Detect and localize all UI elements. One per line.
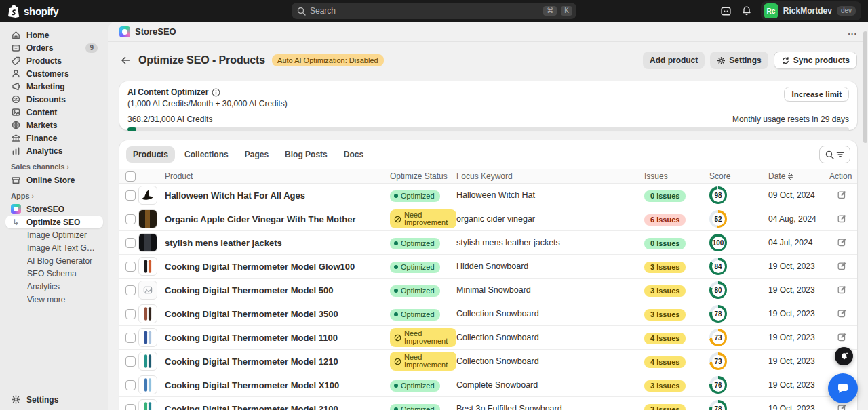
sidebar-item-products[interactable]: Products [5, 54, 103, 67]
info-icon[interactable] [212, 88, 220, 97]
sidebar-item-analytics[interactable]: Analytics [5, 280, 103, 293]
avatar: Rc [764, 3, 778, 18]
product-name[interactable]: Cooking Digital Thermometer Model 1100 [163, 333, 390, 343]
sidebar-item-image-optimizer[interactable]: Image Optimizer [5, 228, 103, 241]
filter-icon [836, 150, 844, 159]
column-date[interactable]: Date [768, 171, 829, 181]
search-and-filter-button[interactable] [819, 146, 850, 163]
sidebar-item-online-store[interactable]: Online Store [5, 173, 103, 186]
scrollbar-thumb[interactable] [863, 31, 867, 143]
product-name[interactable]: Halloween Witch Hat For All Ages [163, 190, 390, 201]
sidebar-item-content[interactable]: Content [5, 106, 103, 119]
sidebar-item-optimize-seo[interactable]: ↳Optimize SEO [5, 216, 103, 228]
product-name[interactable]: Cooking Digital Thermometer Model X100 [163, 380, 390, 390]
user-menu[interactable]: Rc RickMortdev dev [761, 1, 861, 20]
optimize-status-badge: Optimized [390, 190, 440, 202]
sidebar-item-seo-schema[interactable]: SEO Schema [5, 267, 103, 280]
tab-docs[interactable]: Docs [337, 146, 370, 163]
assistant-icon[interactable] [720, 5, 732, 17]
edit-icon[interactable] [837, 237, 848, 248]
row-checkbox[interactable] [125, 214, 136, 224]
product-thumbnail [138, 186, 157, 205]
product-thumbnail [138, 233, 157, 252]
issues-badge: 4 Issues [644, 356, 686, 368]
row-checkbox[interactable] [125, 404, 136, 410]
settings-button[interactable]: Settings [710, 52, 768, 69]
search-placeholder: Search [310, 6, 539, 16]
tab-blog-posts[interactable]: Blog Posts [278, 146, 334, 163]
sidebar-item-settings[interactable]: Settings [5, 393, 103, 406]
app-bar: StoreSEO ... [108, 22, 868, 42]
sidebar-item-marketing[interactable]: Marketing [5, 80, 103, 93]
product-name[interactable]: Cooking Digital Thermometer Model 3500 [163, 309, 390, 319]
notifications-bell-icon[interactable] [741, 5, 753, 17]
sidebar-item-finance[interactable]: Finance [5, 131, 103, 144]
product-name[interactable]: Cooking Digital Thermometer Model 500 [163, 285, 390, 295]
edit-icon[interactable] [837, 285, 848, 295]
product-name[interactable]: stylish mens leather jackets [163, 238, 390, 248]
row-checkbox[interactable] [125, 190, 136, 201]
sidebar-item-customers[interactable]: Customers [5, 67, 103, 80]
user-dev-badge: dev [837, 6, 856, 16]
settings-label: Settings [26, 395, 98, 405]
score-donut: 80 [709, 281, 727, 299]
sidebar-item-home[interactable]: Home [5, 28, 103, 41]
product-name[interactable]: Cooking Digital Thermometer Model 2100 [163, 404, 390, 410]
product-name[interactable]: Cooking Digital Thermometer Model 1210 [163, 356, 390, 367]
row-checkbox[interactable] [125, 285, 136, 295]
sales-channels-header[interactable]: Sales channels› [5, 163, 103, 171]
optimize-status-badge: Need Improvement [390, 352, 456, 371]
add-product-button[interactable]: Add product [643, 52, 705, 69]
edit-icon[interactable] [837, 332, 848, 343]
issues-badge: 3 Issues [644, 380, 686, 392]
table-row: Organic Apple Cider Vinegar With The Mot… [119, 207, 857, 231]
increase-limit-button[interactable]: Increase limit [784, 87, 849, 102]
edit-icon[interactable] [837, 190, 848, 201]
tab-products[interactable]: Products [126, 146, 175, 163]
sync-products-button[interactable]: Sync products [774, 52, 857, 69]
product-name[interactable]: Cooking Digital Thermometer Model Glow10… [163, 262, 390, 272]
sidebar-item-storeseo[interactable]: StoreSEO [5, 203, 103, 216]
sidebar-item-analytics[interactable]: Analytics [5, 144, 103, 157]
sidebar-item-orders[interactable]: Orders9 [5, 41, 103, 54]
sidebar-item-markets[interactable]: Markets [5, 119, 103, 131]
more-options-button[interactable]: ... [848, 26, 857, 37]
sidebar-item-view-more[interactable]: View more [5, 293, 103, 306]
issues-badge: 3 Issues [644, 285, 686, 297]
global-search-input[interactable]: Search ⌘ K [292, 3, 576, 19]
row-checkbox[interactable] [125, 333, 136, 343]
row-checkbox[interactable] [125, 238, 136, 248]
sidebar-item-ai-blog-generator[interactable]: AI Blog Generator [5, 254, 103, 267]
whats-new-bell-button[interactable] [835, 347, 853, 365]
sidebar-item-discounts[interactable]: Discounts [5, 93, 103, 106]
focus-keyword: Halloween Witch Hat [456, 190, 644, 200]
optimize-status-badge: Optimized [390, 404, 440, 410]
live-chat-button[interactable] [828, 373, 858, 403]
row-checkbox[interactable] [125, 262, 136, 272]
edit-icon[interactable] [837, 308, 848, 319]
optimize-status-badge: Optimized [390, 309, 440, 321]
sidebar-item-image-alt-text-generator[interactable]: Image Alt Text Generator [5, 241, 103, 254]
discounts-icon [11, 94, 21, 104]
row-checkbox[interactable] [125, 380, 136, 390]
edit-icon[interactable] [837, 213, 848, 224]
gear-icon [11, 394, 21, 405]
gear-icon [717, 56, 726, 65]
table-row: Halloween Witch Hat For All Ages Optimiz… [119, 184, 857, 207]
edit-icon[interactable] [837, 261, 848, 272]
date-value: 19 Oct, 2023 [768, 309, 829, 319]
tab-collections[interactable]: Collections [178, 146, 235, 163]
score-donut: 78 [709, 400, 727, 410]
column-optimize-status: Optimize Status [390, 171, 456, 181]
row-checkbox[interactable] [125, 309, 136, 319]
edit-icon[interactable] [837, 403, 848, 410]
back-button[interactable] [119, 54, 132, 66]
shopify-logo[interactable]: shopify [8, 5, 58, 18]
product-name[interactable]: Organic Apple Cider Vinegar With The Mot… [163, 214, 390, 224]
tab-pages[interactable]: Pages [238, 146, 275, 163]
select-all-checkbox[interactable] [125, 171, 136, 182]
date-value: 04 Jul, 2024 [768, 238, 829, 247]
apps-header[interactable]: Apps› [5, 192, 103, 200]
sidebar: Home Orders9 Products Customers Marketin… [0, 22, 108, 410]
row-checkbox[interactable] [125, 356, 136, 367]
